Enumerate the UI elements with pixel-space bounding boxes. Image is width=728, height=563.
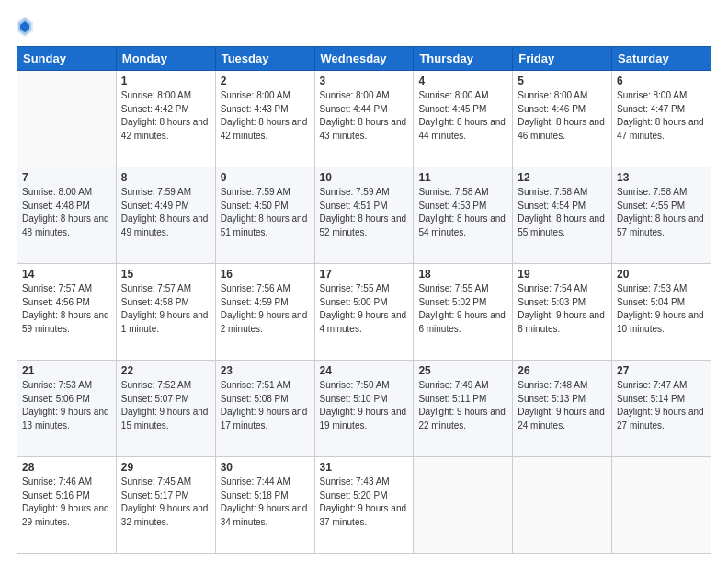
sunset-label: Sunset: 5:02 PM [418, 297, 486, 307]
calendar-day [513, 457, 612, 554]
sunrise-label: Sunrise: 7:45 AM [121, 477, 191, 487]
day-number: 9 [221, 171, 310, 184]
day-number: 3 [320, 75, 409, 87]
daylight-label: Daylight: 8 hours and 52 minutes. [320, 213, 407, 237]
day-number: 17 [320, 268, 409, 281]
calendar-day: 22Sunrise: 7:52 AMSunset: 5:07 PMDayligh… [116, 361, 215, 457]
sunrise-label: Sunrise: 8:00 AM [617, 90, 687, 100]
day-number: 27 [617, 364, 706, 377]
daylight-label: Daylight: 8 hours and 49 minutes. [121, 213, 209, 237]
day-info: Sunrise: 7:47 AMSunset: 5:14 PMDaylight:… [617, 379, 706, 432]
calendar-day: 1Sunrise: 8:00 AMSunset: 4:42 PMDaylight… [116, 71, 215, 167]
day-number: 16 [221, 268, 310, 281]
daylight-label: Daylight: 9 hours and 2 minutes. [221, 310, 308, 334]
day-info: Sunrise: 7:48 AMSunset: 5:13 PMDaylight:… [518, 379, 607, 432]
day-number: 21 [22, 364, 111, 377]
sunrise-label: Sunrise: 7:57 AM [22, 283, 92, 293]
calendar-day: 11Sunrise: 7:58 AMSunset: 4:53 PMDayligh… [414, 167, 513, 264]
sunset-label: Sunset: 4:56 PM [22, 297, 90, 307]
sunset-label: Sunset: 5:14 PM [617, 394, 685, 404]
sunrise-label: Sunrise: 7:51 AM [221, 380, 290, 390]
sunrise-label: Sunrise: 7:58 AM [617, 187, 687, 197]
daylight-label: Daylight: 8 hours and 44 minutes. [418, 117, 506, 141]
weekday-header-friday: Friday [513, 47, 612, 71]
day-number: 28 [22, 461, 111, 474]
day-number: 6 [617, 75, 706, 87]
sunset-label: Sunset: 5:18 PM [221, 490, 289, 500]
day-number: 14 [22, 268, 111, 281]
sunrise-label: Sunrise: 7:55 AM [418, 283, 488, 293]
daylight-label: Daylight: 9 hours and 6 minutes. [418, 310, 506, 334]
sunset-label: Sunset: 5:17 PM [121, 490, 189, 500]
daylight-label: Daylight: 9 hours and 37 minutes. [320, 503, 407, 527]
calendar-day: 5Sunrise: 8:00 AMSunset: 4:46 PMDaylight… [513, 71, 612, 167]
sunset-label: Sunset: 5:10 PM [320, 394, 388, 404]
calendar-day: 25Sunrise: 7:49 AMSunset: 5:11 PMDayligh… [414, 361, 513, 457]
daylight-label: Daylight: 9 hours and 19 minutes. [320, 407, 407, 431]
sunset-label: Sunset: 4:55 PM [617, 201, 685, 211]
calendar-day: 23Sunrise: 7:51 AMSunset: 5:08 PMDayligh… [215, 361, 314, 457]
day-info: Sunrise: 7:59 AMSunset: 4:50 PMDaylight:… [221, 186, 310, 239]
daylight-label: Daylight: 9 hours and 24 minutes. [518, 407, 605, 431]
sunrise-label: Sunrise: 7:56 AM [221, 283, 290, 293]
calendar-day: 9Sunrise: 7:59 AMSunset: 4:50 PMDaylight… [215, 167, 314, 264]
day-number: 31 [320, 461, 409, 474]
day-number: 4 [418, 75, 507, 87]
day-info: Sunrise: 7:51 AMSunset: 5:08 PMDaylight:… [221, 379, 310, 432]
calendar-day: 17Sunrise: 7:55 AMSunset: 5:00 PMDayligh… [314, 264, 414, 361]
calendar-day: 10Sunrise: 7:59 AMSunset: 4:51 PMDayligh… [314, 167, 414, 264]
day-info: Sunrise: 7:58 AMSunset: 4:53 PMDaylight:… [418, 186, 507, 239]
calendar-day: 24Sunrise: 7:50 AMSunset: 5:10 PMDayligh… [314, 361, 414, 457]
day-info: Sunrise: 7:44 AMSunset: 5:18 PMDaylight:… [221, 476, 310, 529]
calendar-day: 27Sunrise: 7:47 AMSunset: 5:14 PMDayligh… [612, 361, 711, 457]
day-info: Sunrise: 7:59 AMSunset: 4:49 PMDaylight:… [121, 186, 210, 239]
day-number: 18 [418, 268, 507, 281]
sunset-label: Sunset: 4:47 PM [617, 104, 685, 114]
daylight-label: Daylight: 9 hours and 4 minutes. [320, 310, 407, 334]
page: SundayMondayTuesdayWednesdayThursdayFrid… [0, 0, 728, 563]
sunset-label: Sunset: 4:53 PM [418, 201, 486, 211]
day-number: 15 [121, 268, 210, 281]
day-number: 11 [418, 171, 507, 184]
calendar-week-3: 14Sunrise: 7:57 AMSunset: 4:56 PMDayligh… [17, 264, 711, 361]
weekday-header-saturday: Saturday [612, 47, 711, 71]
day-info: Sunrise: 7:53 AMSunset: 5:04 PMDaylight:… [617, 282, 706, 336]
calendar-day: 31Sunrise: 7:43 AMSunset: 5:20 PMDayligh… [314, 457, 414, 554]
sunrise-label: Sunrise: 7:55 AM [320, 283, 390, 293]
day-number: 7 [22, 171, 111, 184]
sunrise-label: Sunrise: 7:58 AM [418, 187, 488, 197]
sunset-label: Sunset: 4:50 PM [221, 201, 289, 211]
sunrise-label: Sunrise: 7:59 AM [320, 187, 390, 197]
calendar-day [612, 457, 711, 554]
day-info: Sunrise: 7:52 AMSunset: 5:07 PMDaylight:… [121, 379, 210, 432]
sunset-label: Sunset: 5:20 PM [320, 490, 388, 500]
sunset-label: Sunset: 5:03 PM [518, 297, 586, 307]
daylight-label: Daylight: 8 hours and 59 minutes. [22, 310, 109, 334]
sunrise-label: Sunrise: 7:46 AM [22, 477, 92, 487]
day-number: 30 [221, 461, 310, 474]
sunset-label: Sunset: 4:58 PM [121, 297, 189, 307]
day-info: Sunrise: 8:00 AMSunset: 4:44 PMDaylight:… [320, 89, 409, 143]
sunset-label: Sunset: 5:00 PM [320, 297, 388, 307]
calendar-day: 4Sunrise: 8:00 AMSunset: 4:45 PMDaylight… [414, 71, 513, 167]
day-info: Sunrise: 7:59 AMSunset: 4:51 PMDaylight:… [320, 186, 409, 239]
calendar-week-2: 7Sunrise: 8:00 AMSunset: 4:48 PMDaylight… [17, 167, 711, 264]
day-number: 2 [221, 75, 310, 87]
day-number: 8 [121, 171, 210, 184]
calendar-day: 15Sunrise: 7:57 AMSunset: 4:58 PMDayligh… [116, 264, 215, 361]
weekday-header-sunday: Sunday [17, 47, 117, 71]
day-number: 25 [418, 364, 507, 377]
day-info: Sunrise: 8:00 AMSunset: 4:48 PMDaylight:… [22, 186, 111, 239]
day-info: Sunrise: 7:46 AMSunset: 5:16 PMDaylight:… [22, 476, 111, 529]
sunset-label: Sunset: 4:51 PM [320, 201, 388, 211]
day-info: Sunrise: 8:00 AMSunset: 4:46 PMDaylight:… [518, 89, 607, 143]
day-info: Sunrise: 7:53 AMSunset: 5:06 PMDaylight:… [22, 379, 111, 432]
sunrise-label: Sunrise: 7:52 AM [121, 380, 191, 390]
day-info: Sunrise: 7:57 AMSunset: 4:56 PMDaylight:… [22, 282, 111, 336]
daylight-label: Daylight: 9 hours and 13 minutes. [22, 407, 109, 431]
sunrise-label: Sunrise: 7:48 AM [518, 380, 587, 390]
day-number: 19 [518, 268, 607, 281]
weekday-header-row: SundayMondayTuesdayWednesdayThursdayFrid… [17, 47, 711, 71]
calendar-day: 12Sunrise: 7:58 AMSunset: 4:54 PMDayligh… [513, 167, 612, 264]
calendar-day [17, 71, 117, 167]
